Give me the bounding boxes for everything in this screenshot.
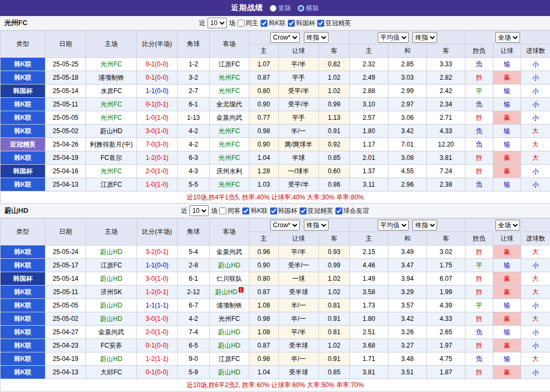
acl-checkbox[interactable] bbox=[300, 207, 307, 214]
home-team[interactable]: 蔚山HD bbox=[86, 125, 137, 138]
acl-checkbox[interactable] bbox=[317, 20, 324, 27]
score-cell[interactable]: 3-0(1-0) bbox=[137, 312, 178, 326]
away-team[interactable]: 蔚山HD bbox=[210, 259, 249, 272]
away-team[interactable]: 光州FC bbox=[210, 71, 249, 84]
kleague-checkbox[interactable] bbox=[242, 207, 249, 214]
away-team[interactable]: 蔚山HD bbox=[210, 326, 249, 339]
home-team[interactable]: 光州FC bbox=[86, 58, 137, 71]
home-team[interactable]: 蔚山HD bbox=[86, 272, 137, 286]
home-team[interactable]: 金泉尚武 bbox=[86, 326, 137, 339]
score-cell[interactable]: 0-1(0-1) bbox=[137, 98, 178, 111]
away-team[interactable]: 光州FC bbox=[210, 178, 249, 191]
away-team[interactable]: 光州FC bbox=[210, 312, 249, 326]
away-team[interactable]: 江原FC bbox=[210, 352, 249, 366]
away-team[interactable]: 金泉尚武 bbox=[210, 111, 249, 125]
away-team[interactable]: 蔚山HD bbox=[210, 339, 249, 352]
filter-checkbox-acl[interactable]: 亚冠精英 bbox=[300, 206, 333, 216]
filter-checkbox-kcup[interactable]: 韩国杯 bbox=[270, 206, 297, 216]
away-team[interactable]: 光州FC bbox=[210, 151, 249, 165]
away-team[interactable]: 庆州水利 bbox=[210, 165, 249, 178]
scope-select[interactable]: 全场 bbox=[495, 32, 520, 43]
filter-checkbox-kleague[interactable]: 韩K联 bbox=[242, 206, 268, 216]
odds-source-select[interactable]: Crow* bbox=[270, 220, 300, 230]
same-away-checkbox[interactable] bbox=[219, 207, 226, 214]
home-team[interactable]: 光州FC bbox=[86, 165, 137, 178]
kcup-checkbox[interactable] bbox=[288, 20, 295, 27]
kcup-checkbox[interactable] bbox=[270, 207, 277, 214]
date-cell: 25-05-14 bbox=[45, 272, 86, 286]
away-team[interactable]: 金泉尚武 bbox=[210, 245, 249, 259]
home-team[interactable]: FC首尔 bbox=[86, 151, 137, 165]
home-team[interactable]: 江原FC bbox=[86, 259, 137, 272]
odds-source-select[interactable]: Crow* bbox=[270, 32, 300, 43]
home-team[interactable]: 江原FC bbox=[86, 178, 137, 191]
score-cell[interactable]: 3-0(1-0) bbox=[137, 272, 178, 286]
filter-checkbox-kcup[interactable]: 韩国杯 bbox=[288, 19, 315, 28]
odds-time-select[interactable]: 终指 bbox=[304, 220, 329, 230]
away-team[interactable]: 仁川联队 bbox=[210, 272, 249, 286]
score-cell[interactable]: 1-0(1-0) bbox=[137, 111, 178, 125]
score-cell[interactable]: 2-0(1-0) bbox=[137, 165, 178, 178]
away-team[interactable]: 全北现代 bbox=[210, 98, 249, 111]
score-cell[interactable]: 0-1(0-0) bbox=[137, 58, 178, 71]
table-row: 韩K联25-05-05蔚山HD1-1(1-1)6-7浦项制铁1.08半/一0.8… bbox=[1, 299, 550, 312]
away-team[interactable]: 光州FC bbox=[210, 125, 249, 138]
layout-vertical-radio[interactable]: 竖版 bbox=[270, 4, 291, 13]
away-team[interactable]: 光州FC bbox=[210, 138, 249, 151]
away-team[interactable]: 蔚山HD1 bbox=[210, 286, 249, 299]
avg-time-select[interactable]: 终指 bbox=[412, 220, 437, 230]
odds-time-select[interactable]: 终指 bbox=[304, 32, 329, 43]
home-team[interactable]: 利雅得新月(中) bbox=[86, 138, 137, 151]
avg-draw: 3.29 bbox=[388, 286, 427, 299]
home-team[interactable]: 水原FC bbox=[86, 84, 137, 98]
vertical-radio-input[interactable] bbox=[270, 5, 277, 12]
home-team[interactable]: 光州FC bbox=[86, 111, 137, 125]
score-cell[interactable]: 3-0(1-0) bbox=[137, 125, 178, 138]
handicap-result-cell: 输 bbox=[493, 138, 521, 151]
away-team[interactable]: 江原FC bbox=[210, 58, 249, 71]
away-team[interactable]: 蔚山HD bbox=[210, 366, 249, 379]
layout-horizontal-radio[interactable]: 横版 bbox=[297, 4, 319, 13]
home-team[interactable]: 蔚山HD bbox=[86, 312, 137, 326]
home-team[interactable]: 大邱FC bbox=[86, 366, 137, 379]
filter-checkbox-friendly[interactable]: 球会友谊 bbox=[335, 206, 369, 216]
score-cell[interactable]: 3-2(0-1) bbox=[137, 245, 178, 259]
filter-checkbox-kleague[interactable]: 韩K联 bbox=[261, 19, 286, 28]
scope-select[interactable]: 全场 bbox=[495, 220, 520, 230]
friendly-checkbox[interactable] bbox=[335, 207, 342, 214]
score-cell[interactable]: 1-1(1-1) bbox=[137, 299, 178, 312]
score-cell[interactable]: 1-1(0-0) bbox=[137, 259, 178, 272]
kleague-checkbox[interactable] bbox=[261, 20, 268, 27]
score-cell[interactable]: 1-2(1-1) bbox=[137, 352, 178, 366]
horizontal-radio-input[interactable] bbox=[297, 5, 304, 12]
avg-source-select[interactable]: 平均值 bbox=[378, 220, 409, 230]
score-cell[interactable]: 0-1(0-0) bbox=[137, 71, 178, 84]
score-cell[interactable]: 7-0(3-0) bbox=[137, 138, 178, 151]
corner-cell: 3-2 bbox=[178, 71, 210, 84]
filter-checkbox-same-away[interactable]: 同客 bbox=[219, 206, 240, 216]
avg-time-select[interactable]: 终指 bbox=[412, 32, 437, 43]
away-team[interactable]: 光州FC bbox=[210, 84, 249, 98]
score-cell[interactable]: 2-0(1-0) bbox=[137, 326, 178, 339]
home-team[interactable]: 蔚山HD bbox=[86, 299, 137, 312]
score-cell[interactable]: 1-1(0-0) bbox=[137, 84, 178, 98]
score-cell[interactable]: 1-2(0-1) bbox=[137, 286, 178, 299]
same-home-checkbox[interactable] bbox=[238, 20, 245, 27]
score-cell[interactable]: 1-0(1-0) bbox=[137, 178, 178, 191]
home-team[interactable]: FC安养 bbox=[86, 339, 137, 352]
home-team[interactable]: 浦项制铁 bbox=[86, 71, 137, 84]
score-cell[interactable]: 1-2(0-1) bbox=[137, 151, 178, 165]
score-cell[interactable]: 0-1(0-0) bbox=[137, 366, 178, 379]
recent-count-select[interactable]: 10 bbox=[189, 205, 209, 216]
avg-source-select[interactable]: 平均值 bbox=[378, 32, 409, 43]
filter-checkbox-acl[interactable]: 亚冠精英 bbox=[317, 19, 351, 28]
filter-checkbox-same-home[interactable]: 同主 bbox=[238, 19, 258, 28]
odds1-home: 1.07 bbox=[249, 58, 279, 71]
recent-count-select[interactable]: 10 bbox=[208, 18, 227, 28]
home-team[interactable]: 济州SK bbox=[86, 286, 137, 299]
home-team[interactable]: 蔚山HD bbox=[86, 245, 137, 259]
home-team[interactable]: 蔚山HD bbox=[86, 352, 137, 366]
away-team[interactable]: 浦项制铁 bbox=[210, 299, 249, 312]
score-cell[interactable]: 0-1(0-0) bbox=[137, 339, 178, 352]
home-team[interactable]: 光州FC bbox=[86, 98, 137, 111]
